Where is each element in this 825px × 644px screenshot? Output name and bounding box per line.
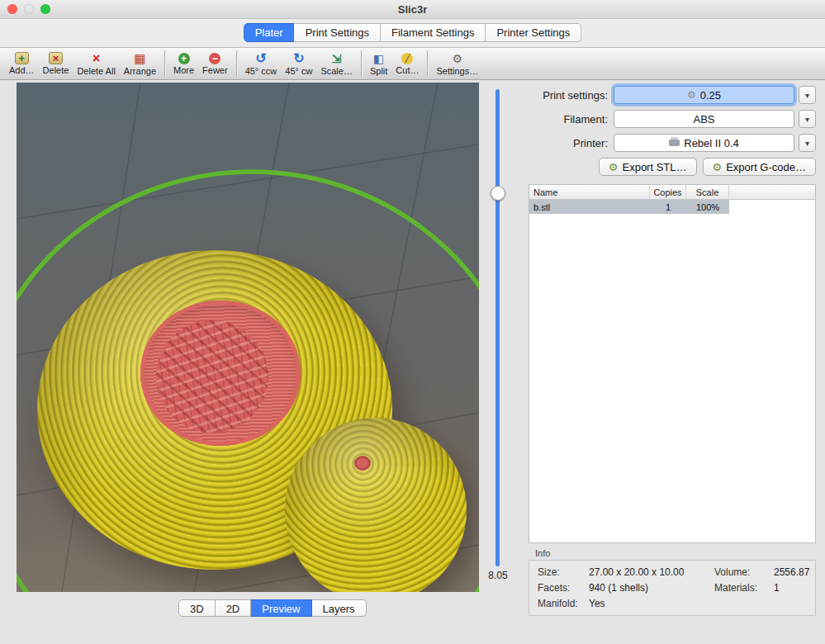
- manifold-value: Yes: [589, 598, 714, 609]
- export-gcode-button[interactable]: ⚙ Export G-code…: [703, 158, 816, 176]
- more-label: More: [173, 65, 194, 75]
- rotate-cw-icon: ↻: [292, 52, 306, 65]
- tab-filament-settings[interactable]: Filament Settings: [381, 23, 486, 42]
- table-row[interactable]: b.stl 1 100%: [529, 200, 729, 214]
- layer-slider[interactable]: [495, 89, 500, 566]
- delete-icon: ×: [49, 52, 63, 64]
- cut-label: Cut…: [396, 65, 419, 75]
- more-button[interactable]: + More: [169, 52, 198, 76]
- cut-button[interactable]: ╱ Cut…: [391, 52, 423, 76]
- export-buttons-row: ⚙ Export STL… ⚙ Export G-code…: [529, 158, 816, 176]
- chevron-down-icon: ▾: [805, 139, 809, 148]
- window-title: Slic3r: [0, 3, 825, 16]
- cut-icon: ╱: [401, 53, 413, 64]
- export-gear-icon: ⚙: [609, 161, 619, 173]
- facets-label: Facets:: [538, 582, 589, 594]
- tab-printer-settings[interactable]: Printer Settings: [486, 23, 581, 42]
- toolbar-separator: [361, 50, 362, 77]
- print-settings-dropdown-button[interactable]: ▾: [799, 86, 816, 104]
- rotate-ccw-button[interactable]: ↺ 45° ccw: [241, 51, 282, 77]
- filament-combo[interactable]: ABS: [614, 110, 794, 128]
- view-layers-button[interactable]: Layers: [312, 599, 367, 617]
- export-gear-icon: ⚙: [713, 161, 723, 173]
- main-tabs: Plater Print Settings Filament Settings …: [244, 23, 582, 42]
- rotate-ccw-label: 45° ccw: [245, 66, 277, 76]
- materials-value: 1: [774, 582, 809, 594]
- volume-value: 2556.87: [774, 566, 809, 578]
- settings-icon: ⚙: [450, 52, 465, 65]
- filament-row: Filament: ABS ▾: [529, 110, 816, 128]
- delete-all-label: Delete All: [77, 66, 115, 76]
- large-dome-infill-top: [140, 301, 301, 446]
- filament-label: Filament:: [529, 113, 608, 125]
- manifold-label: Manifold:: [538, 598, 589, 609]
- layer-slider-value: 8.05: [481, 570, 515, 581]
- materials-label: Materials:: [714, 582, 774, 594]
- row-name: b.stl: [529, 202, 650, 212]
- rotate-cw-label: 45° cw: [285, 66, 312, 76]
- printer-row: Printer: Rebel II 0.4 ▾: [529, 134, 816, 152]
- header-filler: [729, 185, 815, 199]
- rotate-ccw-icon: ↺: [254, 52, 268, 65]
- print-settings-row: Print settings: ⚙ 0.25 ▾: [529, 86, 816, 104]
- add-label: Add…: [9, 65, 35, 75]
- object-list: Name Copies Scale b.stl 1 100%: [529, 184, 816, 543]
- printer-combo[interactable]: Rebel II 0.4: [614, 134, 794, 152]
- settings-label: Settings…: [436, 66, 478, 76]
- row-copies: 1: [650, 202, 686, 212]
- titlebar[interactable]: Slic3r: [0, 0, 825, 19]
- tab-strip: Plater Print Settings Filament Settings …: [0, 19, 825, 47]
- filament-dropdown-button[interactable]: ▾: [799, 110, 816, 128]
- info-box: Size: 27.00 x 20.00 x 10.00 Volume: 2556…: [529, 560, 816, 616]
- scale-label: Scale…: [320, 66, 353, 76]
- row-scale: 100%: [686, 202, 729, 212]
- tab-plater[interactable]: Plater: [244, 23, 295, 42]
- split-button[interactable]: ◧ Split: [366, 51, 391, 77]
- layer-slider-thumb[interactable]: [491, 186, 505, 201]
- size-value: 27.00 x 20.00 x 10.00: [589, 566, 714, 578]
- header-copies: Copies: [650, 185, 686, 199]
- delete-button[interactable]: × Delete: [39, 51, 73, 76]
- view-mode-buttons: 3D 2D Preview Layers: [178, 599, 367, 617]
- model-small-dome[interactable]: [285, 418, 467, 592]
- delete-all-icon: ×: [89, 52, 104, 65]
- export-stl-button[interactable]: ⚙ Export STL…: [599, 158, 697, 176]
- header-scale: Scale: [686, 185, 729, 199]
- toolbar-separator: [164, 50, 165, 77]
- printer-value: Rebel II 0.4: [684, 137, 739, 149]
- settings-button[interactable]: ⚙ Settings…: [432, 51, 482, 77]
- delete-all-button[interactable]: × Delete All: [73, 51, 119, 77]
- printer-label: Printer:: [529, 137, 608, 149]
- volume-label: Volume:: [714, 566, 774, 578]
- info-title: Info: [535, 548, 816, 558]
- add-button[interactable]: + Add…: [5, 51, 39, 76]
- printer-dropdown-button[interactable]: ▾: [799, 134, 816, 152]
- arrange-icon: ▦: [132, 52, 147, 65]
- fewer-button[interactable]: − Fewer: [198, 52, 232, 76]
- split-icon: ◧: [372, 52, 386, 65]
- plater-toolbar: + Add… × Delete × Delete All ▦ Arrange +…: [0, 47, 825, 80]
- 3d-viewport[interactable]: [17, 83, 479, 592]
- print-settings-value: 0.25: [700, 89, 721, 102]
- tab-print-settings[interactable]: Print Settings: [295, 23, 381, 42]
- arrange-label: Arrange: [124, 66, 156, 76]
- toolbar-separator: [427, 50, 428, 77]
- header-name: Name: [529, 185, 650, 199]
- print-settings-combo[interactable]: ⚙ 0.25: [614, 86, 794, 104]
- arrange-button[interactable]: ▦ Arrange: [120, 51, 160, 77]
- fewer-icon: −: [209, 53, 220, 64]
- view-3d-button[interactable]: 3D: [178, 599, 216, 617]
- scale-button[interactable]: ⇲ Scale…: [316, 51, 357, 77]
- view-2d-button[interactable]: 2D: [216, 599, 252, 617]
- filament-value: ABS: [693, 113, 714, 125]
- scale-icon: ⇲: [330, 52, 344, 65]
- view-preview-button[interactable]: Preview: [251, 599, 311, 617]
- object-list-header: Name Copies Scale: [529, 185, 815, 200]
- chevron-down-icon: ▾: [805, 91, 809, 100]
- rotate-cw-button[interactable]: ↻ 45° cw: [281, 51, 316, 77]
- settings-panel: Print settings: ⚙ 0.25 ▾ Filament: ABS ▾…: [529, 86, 816, 616]
- add-icon: +: [15, 52, 29, 64]
- export-stl-label: Export STL…: [622, 161, 686, 173]
- small-dome-infill-dot: [354, 456, 371, 471]
- delete-label: Delete: [43, 65, 69, 75]
